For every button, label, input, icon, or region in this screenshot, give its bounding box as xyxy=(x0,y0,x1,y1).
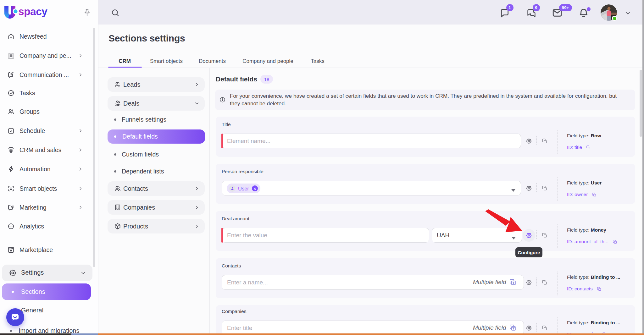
svg-text:spacy: spacy xyxy=(18,6,47,17)
